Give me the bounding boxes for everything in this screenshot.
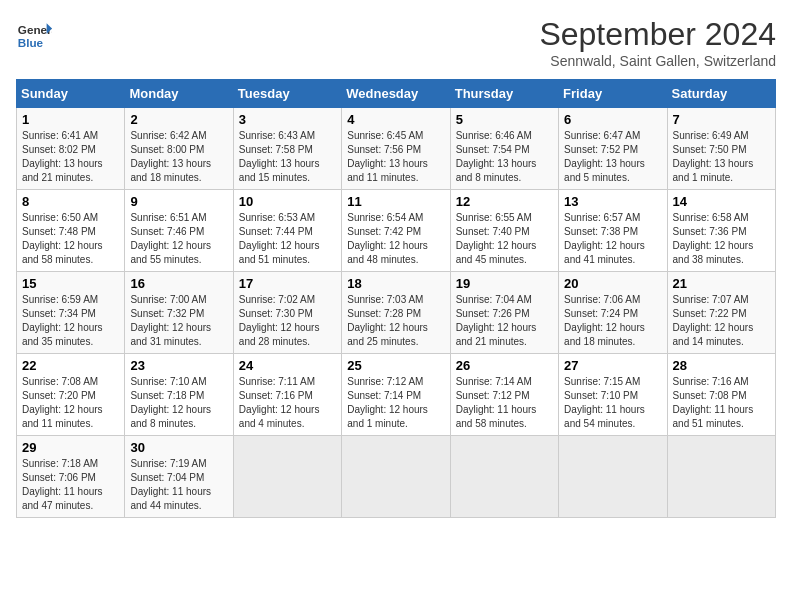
day-detail: Sunrise: 7:10 AM Sunset: 7:18 PM Dayligh… [130, 375, 227, 431]
day-number: 16 [130, 276, 227, 291]
svg-text:Blue: Blue [18, 36, 44, 49]
day-number: 28 [673, 358, 770, 373]
day-detail: Sunrise: 6:53 AM Sunset: 7:44 PM Dayligh… [239, 211, 336, 267]
calendar-table: SundayMondayTuesdayWednesdayThursdayFrid… [16, 79, 776, 518]
day-detail: Sunrise: 6:54 AM Sunset: 7:42 PM Dayligh… [347, 211, 444, 267]
title-area: September 2024 Sennwald, Saint Gallen, S… [539, 16, 776, 69]
day-number: 19 [456, 276, 553, 291]
day-number: 5 [456, 112, 553, 127]
day-detail: Sunrise: 7:04 AM Sunset: 7:26 PM Dayligh… [456, 293, 553, 349]
calendar-cell: 5Sunrise: 6:46 AM Sunset: 7:54 PM Daylig… [450, 108, 558, 190]
day-number: 6 [564, 112, 661, 127]
day-number: 24 [239, 358, 336, 373]
calendar-cell [667, 436, 775, 518]
day-number: 13 [564, 194, 661, 209]
logo-icon: General Blue [16, 16, 52, 52]
calendar-cell: 16Sunrise: 7:00 AM Sunset: 7:32 PM Dayli… [125, 272, 233, 354]
day-number: 11 [347, 194, 444, 209]
weekday-header-cell: Monday [125, 80, 233, 108]
calendar-cell: 29Sunrise: 7:18 AM Sunset: 7:06 PM Dayli… [17, 436, 125, 518]
day-number: 25 [347, 358, 444, 373]
day-number: 23 [130, 358, 227, 373]
weekday-header-cell: Tuesday [233, 80, 341, 108]
day-detail: Sunrise: 7:14 AM Sunset: 7:12 PM Dayligh… [456, 375, 553, 431]
day-detail: Sunrise: 6:49 AM Sunset: 7:50 PM Dayligh… [673, 129, 770, 185]
day-detail: Sunrise: 6:42 AM Sunset: 8:00 PM Dayligh… [130, 129, 227, 185]
calendar-cell: 17Sunrise: 7:02 AM Sunset: 7:30 PM Dayli… [233, 272, 341, 354]
calendar-week-row: 8Sunrise: 6:50 AM Sunset: 7:48 PM Daylig… [17, 190, 776, 272]
day-detail: Sunrise: 7:19 AM Sunset: 7:04 PM Dayligh… [130, 457, 227, 513]
day-detail: Sunrise: 7:16 AM Sunset: 7:08 PM Dayligh… [673, 375, 770, 431]
day-number: 14 [673, 194, 770, 209]
page-header: General Blue September 2024 Sennwald, Sa… [16, 16, 776, 69]
day-detail: Sunrise: 6:47 AM Sunset: 7:52 PM Dayligh… [564, 129, 661, 185]
day-detail: Sunrise: 7:11 AM Sunset: 7:16 PM Dayligh… [239, 375, 336, 431]
day-detail: Sunrise: 6:41 AM Sunset: 8:02 PM Dayligh… [22, 129, 119, 185]
logo: General Blue [16, 16, 52, 52]
day-detail: Sunrise: 7:02 AM Sunset: 7:30 PM Dayligh… [239, 293, 336, 349]
calendar-cell: 21Sunrise: 7:07 AM Sunset: 7:22 PM Dayli… [667, 272, 775, 354]
day-detail: Sunrise: 7:15 AM Sunset: 7:10 PM Dayligh… [564, 375, 661, 431]
calendar-cell: 2Sunrise: 6:42 AM Sunset: 8:00 PM Daylig… [125, 108, 233, 190]
calendar-cell: 20Sunrise: 7:06 AM Sunset: 7:24 PM Dayli… [559, 272, 667, 354]
calendar-cell [342, 436, 450, 518]
day-number: 12 [456, 194, 553, 209]
calendar-cell: 8Sunrise: 6:50 AM Sunset: 7:48 PM Daylig… [17, 190, 125, 272]
day-number: 3 [239, 112, 336, 127]
day-detail: Sunrise: 7:03 AM Sunset: 7:28 PM Dayligh… [347, 293, 444, 349]
day-number: 10 [239, 194, 336, 209]
calendar-cell: 9Sunrise: 6:51 AM Sunset: 7:46 PM Daylig… [125, 190, 233, 272]
calendar-cell: 6Sunrise: 6:47 AM Sunset: 7:52 PM Daylig… [559, 108, 667, 190]
day-detail: Sunrise: 7:06 AM Sunset: 7:24 PM Dayligh… [564, 293, 661, 349]
day-number: 29 [22, 440, 119, 455]
day-detail: Sunrise: 7:08 AM Sunset: 7:20 PM Dayligh… [22, 375, 119, 431]
calendar-cell [233, 436, 341, 518]
day-detail: Sunrise: 6:58 AM Sunset: 7:36 PM Dayligh… [673, 211, 770, 267]
calendar-week-row: 15Sunrise: 6:59 AM Sunset: 7:34 PM Dayli… [17, 272, 776, 354]
day-detail: Sunrise: 7:12 AM Sunset: 7:14 PM Dayligh… [347, 375, 444, 431]
calendar-week-row: 1Sunrise: 6:41 AM Sunset: 8:02 PM Daylig… [17, 108, 776, 190]
calendar-cell: 10Sunrise: 6:53 AM Sunset: 7:44 PM Dayli… [233, 190, 341, 272]
day-number: 17 [239, 276, 336, 291]
weekday-header-cell: Friday [559, 80, 667, 108]
weekday-header-row: SundayMondayTuesdayWednesdayThursdayFrid… [17, 80, 776, 108]
weekday-header-cell: Wednesday [342, 80, 450, 108]
calendar-cell: 4Sunrise: 6:45 AM Sunset: 7:56 PM Daylig… [342, 108, 450, 190]
day-detail: Sunrise: 6:50 AM Sunset: 7:48 PM Dayligh… [22, 211, 119, 267]
day-number: 30 [130, 440, 227, 455]
day-number: 1 [22, 112, 119, 127]
calendar-cell: 13Sunrise: 6:57 AM Sunset: 7:38 PM Dayli… [559, 190, 667, 272]
day-detail: Sunrise: 6:46 AM Sunset: 7:54 PM Dayligh… [456, 129, 553, 185]
calendar-cell: 11Sunrise: 6:54 AM Sunset: 7:42 PM Dayli… [342, 190, 450, 272]
day-number: 4 [347, 112, 444, 127]
calendar-week-row: 29Sunrise: 7:18 AM Sunset: 7:06 PM Dayli… [17, 436, 776, 518]
calendar-cell: 30Sunrise: 7:19 AM Sunset: 7:04 PM Dayli… [125, 436, 233, 518]
calendar-cell: 26Sunrise: 7:14 AM Sunset: 7:12 PM Dayli… [450, 354, 558, 436]
calendar-cell [559, 436, 667, 518]
calendar-cell: 19Sunrise: 7:04 AM Sunset: 7:26 PM Dayli… [450, 272, 558, 354]
day-detail: Sunrise: 6:57 AM Sunset: 7:38 PM Dayligh… [564, 211, 661, 267]
day-detail: Sunrise: 7:07 AM Sunset: 7:22 PM Dayligh… [673, 293, 770, 349]
day-detail: Sunrise: 6:51 AM Sunset: 7:46 PM Dayligh… [130, 211, 227, 267]
calendar-cell: 14Sunrise: 6:58 AM Sunset: 7:36 PM Dayli… [667, 190, 775, 272]
day-number: 9 [130, 194, 227, 209]
day-number: 8 [22, 194, 119, 209]
calendar-cell: 1Sunrise: 6:41 AM Sunset: 8:02 PM Daylig… [17, 108, 125, 190]
day-number: 21 [673, 276, 770, 291]
calendar-cell [450, 436, 558, 518]
calendar-cell: 27Sunrise: 7:15 AM Sunset: 7:10 PM Dayli… [559, 354, 667, 436]
calendar-cell: 25Sunrise: 7:12 AM Sunset: 7:14 PM Dayli… [342, 354, 450, 436]
weekday-header-cell: Thursday [450, 80, 558, 108]
calendar-cell: 24Sunrise: 7:11 AM Sunset: 7:16 PM Dayli… [233, 354, 341, 436]
day-number: 2 [130, 112, 227, 127]
day-number: 20 [564, 276, 661, 291]
calendar-cell: 7Sunrise: 6:49 AM Sunset: 7:50 PM Daylig… [667, 108, 775, 190]
calendar-body: 1Sunrise: 6:41 AM Sunset: 8:02 PM Daylig… [17, 108, 776, 518]
day-number: 7 [673, 112, 770, 127]
day-number: 22 [22, 358, 119, 373]
day-number: 27 [564, 358, 661, 373]
calendar-cell: 28Sunrise: 7:16 AM Sunset: 7:08 PM Dayli… [667, 354, 775, 436]
day-detail: Sunrise: 6:59 AM Sunset: 7:34 PM Dayligh… [22, 293, 119, 349]
calendar-cell: 18Sunrise: 7:03 AM Sunset: 7:28 PM Dayli… [342, 272, 450, 354]
calendar-cell: 12Sunrise: 6:55 AM Sunset: 7:40 PM Dayli… [450, 190, 558, 272]
